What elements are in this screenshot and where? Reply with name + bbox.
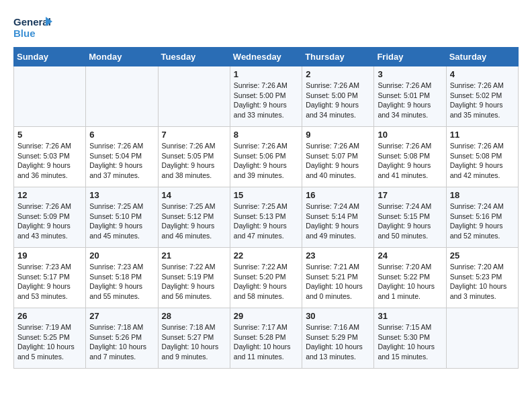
day-info: Sunrise: 7:26 AM Sunset: 5:01 PM Dayligh…: [378, 81, 442, 120]
day-info: Sunrise: 7:26 AM Sunset: 5:08 PM Dayligh…: [378, 141, 442, 181]
calendar-cell: 15Sunrise: 7:25 AM Sunset: 5:13 PM Dayli…: [230, 187, 302, 248]
calendar-cell: [86, 66, 158, 127]
calendar-cell: 11Sunrise: 7:26 AM Sunset: 5:08 PM Dayli…: [446, 127, 518, 187]
calendar-cell: 8Sunrise: 7:26 AM Sunset: 5:06 PM Daylig…: [230, 127, 302, 187]
day-number: 14: [162, 190, 226, 200]
calendar-cell: [446, 308, 518, 369]
day-number: 26: [17, 311, 82, 321]
calendar-cell: 13Sunrise: 7:25 AM Sunset: 5:10 PM Dayli…: [86, 187, 158, 248]
day-info: Sunrise: 7:22 AM Sunset: 5:20 PM Dayligh…: [234, 262, 298, 302]
calendar-cell: 26Sunrise: 7:19 AM Sunset: 5:25 PM Dayli…: [14, 308, 86, 369]
day-number: 3: [378, 69, 442, 79]
calendar-cell: 30Sunrise: 7:16 AM Sunset: 5:29 PM Dayli…: [302, 308, 374, 369]
logo: GeneralBlue: [13, 13, 54, 40]
day-number: 16: [306, 190, 370, 200]
day-info: Sunrise: 7:24 AM Sunset: 5:16 PM Dayligh…: [450, 201, 515, 241]
calendar-cell: [14, 66, 86, 127]
calendar-cell: 31Sunrise: 7:15 AM Sunset: 5:30 PM Dayli…: [374, 308, 446, 369]
calendar-cell: 22Sunrise: 7:22 AM Sunset: 5:20 PM Dayli…: [230, 248, 302, 308]
day-number: 18: [450, 190, 515, 200]
svg-text:Blue: Blue: [13, 28, 36, 39]
day-number: 7: [162, 130, 226, 140]
day-number: 23: [306, 250, 370, 261]
day-info: Sunrise: 7:26 AM Sunset: 5:02 PM Dayligh…: [450, 81, 515, 120]
day-info: Sunrise: 7:26 AM Sunset: 5:04 PM Dayligh…: [89, 141, 154, 181]
weekday-header: Thursday: [302, 48, 374, 66]
day-info: Sunrise: 7:17 AM Sunset: 5:28 PM Dayligh…: [234, 322, 298, 362]
weekday-header: Saturday: [446, 48, 518, 66]
calendar-week-row: 5Sunrise: 7:26 AM Sunset: 5:03 PM Daylig…: [14, 127, 519, 187]
weekday-header: Monday: [86, 48, 158, 66]
day-info: Sunrise: 7:15 AM Sunset: 5:30 PM Dayligh…: [378, 322, 442, 362]
calendar-cell: 24Sunrise: 7:20 AM Sunset: 5:22 PM Dayli…: [374, 248, 446, 308]
day-info: Sunrise: 7:20 AM Sunset: 5:22 PM Dayligh…: [378, 262, 442, 302]
calendar-cell: [158, 66, 230, 127]
day-info: Sunrise: 7:26 AM Sunset: 5:09 PM Dayligh…: [17, 201, 82, 241]
day-number: 19: [17, 250, 82, 261]
day-info: Sunrise: 7:23 AM Sunset: 5:18 PM Dayligh…: [89, 262, 154, 302]
day-number: 24: [378, 250, 442, 261]
day-info: Sunrise: 7:23 AM Sunset: 5:17 PM Dayligh…: [17, 262, 82, 302]
calendar-header-row: SundayMondayTuesdayWednesdayThursdayFrid…: [14, 48, 519, 66]
day-info: Sunrise: 7:26 AM Sunset: 5:07 PM Dayligh…: [306, 141, 370, 181]
day-number: 25: [450, 250, 515, 261]
day-number: 1: [234, 69, 298, 79]
day-info: Sunrise: 7:20 AM Sunset: 5:23 PM Dayligh…: [450, 262, 515, 302]
calendar-cell: 9Sunrise: 7:26 AM Sunset: 5:07 PM Daylig…: [302, 127, 374, 187]
calendar-cell: 10Sunrise: 7:26 AM Sunset: 5:08 PM Dayli…: [374, 127, 446, 187]
day-number: 29: [234, 311, 298, 321]
calendar-cell: 3Sunrise: 7:26 AM Sunset: 5:01 PM Daylig…: [374, 66, 446, 127]
calendar-cell: 2Sunrise: 7:26 AM Sunset: 5:00 PM Daylig…: [302, 66, 374, 127]
calendar-cell: 20Sunrise: 7:23 AM Sunset: 5:18 PM Dayli…: [86, 248, 158, 308]
day-number: 20: [89, 250, 154, 261]
calendar-cell: 5Sunrise: 7:26 AM Sunset: 5:03 PM Daylig…: [14, 127, 86, 187]
day-number: 22: [234, 250, 298, 261]
day-number: 2: [306, 69, 370, 79]
day-info: Sunrise: 7:24 AM Sunset: 5:15 PM Dayligh…: [378, 201, 442, 241]
day-info: Sunrise: 7:18 AM Sunset: 5:26 PM Dayligh…: [89, 322, 154, 362]
day-number: 13: [89, 190, 154, 200]
day-info: Sunrise: 7:16 AM Sunset: 5:29 PM Dayligh…: [306, 322, 370, 362]
day-info: Sunrise: 7:26 AM Sunset: 5:00 PM Dayligh…: [234, 81, 298, 120]
day-info: Sunrise: 7:26 AM Sunset: 5:08 PM Dayligh…: [450, 141, 515, 181]
day-info: Sunrise: 7:26 AM Sunset: 5:05 PM Dayligh…: [162, 141, 226, 181]
calendar-cell: 12Sunrise: 7:26 AM Sunset: 5:09 PM Dayli…: [14, 187, 86, 248]
calendar-cell: 25Sunrise: 7:20 AM Sunset: 5:23 PM Dayli…: [446, 248, 518, 308]
calendar-week-row: 1Sunrise: 7:26 AM Sunset: 5:00 PM Daylig…: [14, 66, 519, 127]
day-number: 21: [162, 250, 226, 261]
calendar-cell: 7Sunrise: 7:26 AM Sunset: 5:05 PM Daylig…: [158, 127, 230, 187]
day-number: 30: [306, 311, 370, 321]
day-info: Sunrise: 7:18 AM Sunset: 5:27 PM Dayligh…: [162, 322, 226, 362]
day-number: 5: [17, 130, 82, 140]
day-info: Sunrise: 7:26 AM Sunset: 5:06 PM Dayligh…: [234, 141, 298, 181]
calendar-week-row: 12Sunrise: 7:26 AM Sunset: 5:09 PM Dayli…: [14, 187, 519, 248]
calendar-cell: 28Sunrise: 7:18 AM Sunset: 5:27 PM Dayli…: [158, 308, 230, 369]
day-number: 28: [162, 311, 226, 321]
calendar-cell: 19Sunrise: 7:23 AM Sunset: 5:17 PM Dayli…: [14, 248, 86, 308]
day-number: 15: [234, 190, 298, 200]
calendar-cell: 27Sunrise: 7:18 AM Sunset: 5:26 PM Dayli…: [86, 308, 158, 369]
page-header: GeneralBlue: [13, 13, 519, 40]
calendar-cell: 14Sunrise: 7:25 AM Sunset: 5:12 PM Dayli…: [158, 187, 230, 248]
day-number: 11: [450, 130, 515, 140]
day-number: 6: [89, 130, 154, 140]
day-number: 27: [89, 311, 154, 321]
day-info: Sunrise: 7:19 AM Sunset: 5:25 PM Dayligh…: [17, 322, 82, 362]
day-number: 8: [234, 130, 298, 140]
day-number: 12: [17, 190, 82, 200]
day-info: Sunrise: 7:25 AM Sunset: 5:10 PM Dayligh…: [89, 201, 154, 241]
calendar-cell: 21Sunrise: 7:22 AM Sunset: 5:19 PM Dayli…: [158, 248, 230, 308]
logo-icon: GeneralBlue: [13, 13, 54, 40]
calendar-cell: 18Sunrise: 7:24 AM Sunset: 5:16 PM Dayli…: [446, 187, 518, 248]
calendar-cell: 17Sunrise: 7:24 AM Sunset: 5:15 PM Dayli…: [374, 187, 446, 248]
day-number: 10: [378, 130, 442, 140]
calendar-cell: 23Sunrise: 7:21 AM Sunset: 5:21 PM Dayli…: [302, 248, 374, 308]
day-info: Sunrise: 7:21 AM Sunset: 5:21 PM Dayligh…: [306, 262, 370, 302]
svg-text:General: General: [13, 16, 51, 28]
day-info: Sunrise: 7:25 AM Sunset: 5:12 PM Dayligh…: [162, 201, 226, 241]
weekday-header: Sunday: [14, 48, 86, 66]
calendar-table: SundayMondayTuesdayWednesdayThursdayFrid…: [13, 47, 519, 369]
weekday-header: Wednesday: [230, 48, 302, 66]
day-info: Sunrise: 7:25 AM Sunset: 5:13 PM Dayligh…: [234, 201, 298, 241]
calendar-cell: 16Sunrise: 7:24 AM Sunset: 5:14 PM Dayli…: [302, 187, 374, 248]
